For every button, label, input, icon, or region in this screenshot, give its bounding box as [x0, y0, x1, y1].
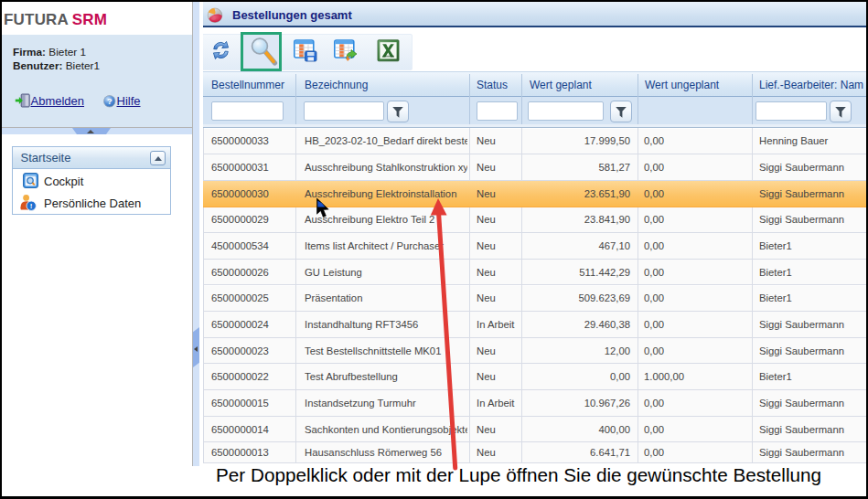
svg-text:!: ! — [30, 202, 33, 210]
svg-text:?: ? — [107, 97, 113, 106]
